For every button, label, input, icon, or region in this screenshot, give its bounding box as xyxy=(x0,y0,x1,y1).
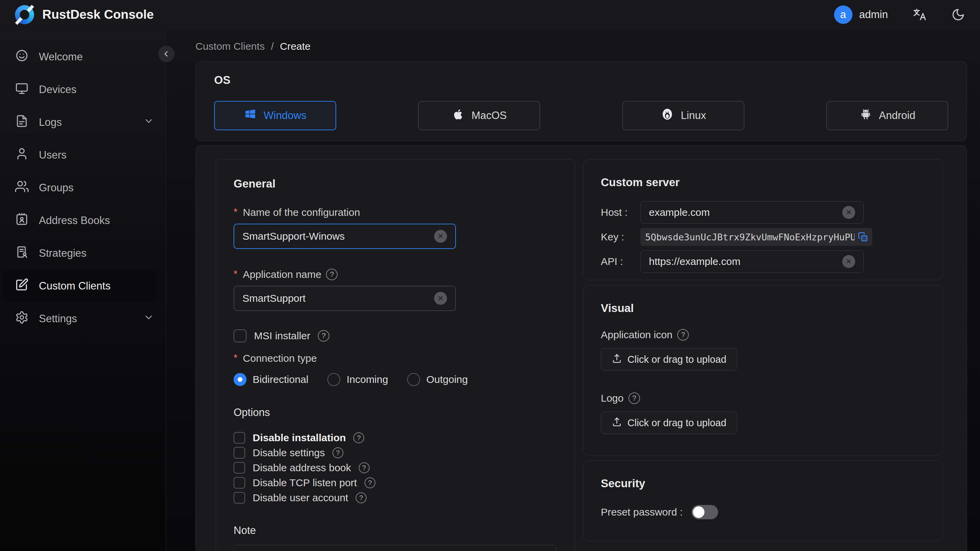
os-button-label: MacOS xyxy=(472,110,507,122)
sidebar-item-strategies[interactable]: Strategies xyxy=(0,237,166,270)
configuration-panel: General * Name of the configuration ✕ * … xyxy=(196,145,967,551)
os-section: OS Windows MacOS Linux Android xyxy=(196,61,967,141)
radio-icon[interactable] xyxy=(407,373,420,386)
copy-icon[interactable] xyxy=(858,232,868,242)
breadcrumb: Custom Clients / Create xyxy=(196,41,980,52)
app-name-label: * Application name ? xyxy=(234,269,557,280)
required-marker: * xyxy=(234,268,237,280)
note-label: Note xyxy=(234,524,557,537)
help-icon[interactable]: ? xyxy=(356,492,367,503)
option-disable-address-book: Disable address book ? xyxy=(234,460,557,475)
custom-server-section: Custom server Host : ✕ Key : 5Qbwsde3unU… xyxy=(584,159,943,280)
options-title: Options xyxy=(234,406,557,419)
security-title: Security xyxy=(601,477,926,490)
sidebar-item-logs[interactable]: Logs xyxy=(0,106,166,139)
security-section: Security Preset password : xyxy=(584,460,943,541)
help-icon[interactable]: ? xyxy=(364,477,375,488)
help-icon[interactable]: ? xyxy=(332,447,344,458)
required-marker: * xyxy=(234,206,237,218)
clear-icon[interactable]: ✕ xyxy=(434,292,447,305)
api-input[interactable] xyxy=(649,256,842,267)
clear-icon[interactable]: ✕ xyxy=(434,230,447,243)
connection-type-options: Bidirectional Incoming Outgoing xyxy=(234,373,557,386)
sidebar-item-groups[interactable]: Groups xyxy=(0,172,166,204)
logo-label: Logo ? xyxy=(601,392,926,404)
linux-penguin-icon xyxy=(660,107,674,124)
sidebar-item-label: Groups xyxy=(39,182,74,194)
help-icon[interactable]: ? xyxy=(353,432,364,443)
application-icon-label: Application icon ? xyxy=(601,329,926,341)
help-icon[interactable]: ? xyxy=(359,462,370,473)
upload-icon xyxy=(612,417,622,429)
checkbox[interactable] xyxy=(234,462,245,474)
avatar-initial: a xyxy=(840,8,846,21)
help-icon[interactable]: ? xyxy=(326,269,337,280)
help-icon[interactable]: ? xyxy=(677,329,689,341)
msi-installer-checkbox[interactable] xyxy=(234,330,247,342)
sidebar-item-label: Custom Clients xyxy=(39,280,110,292)
clear-icon[interactable]: ✕ xyxy=(842,255,855,268)
sidebar: Welcome Devices Logs Users Groups Addres… xyxy=(0,30,166,551)
breadcrumb-separator: / xyxy=(271,41,274,52)
avatar[interactable]: a xyxy=(834,5,853,24)
os-button-label: Linux xyxy=(681,110,706,122)
host-label: Host : xyxy=(601,207,640,218)
sidebar-item-users[interactable]: Users xyxy=(0,139,166,172)
option-disable-settings: Disable settings ? xyxy=(234,445,557,460)
checkbox[interactable] xyxy=(234,432,245,444)
radio-icon[interactable] xyxy=(327,373,340,386)
options-list: Disable installation ? Disable settings … xyxy=(234,430,557,505)
dark-mode-moon-icon[interactable] xyxy=(951,8,965,21)
strategy-icon xyxy=(15,245,29,261)
help-icon[interactable]: ? xyxy=(318,330,329,342)
radio-icon[interactable] xyxy=(234,373,247,386)
file-icon xyxy=(15,114,29,131)
checkbox[interactable] xyxy=(234,477,245,489)
sidebar-item-welcome[interactable]: Welcome xyxy=(0,41,166,73)
chevron-down-icon xyxy=(143,312,154,326)
key-field: 5Qbwsde3unUcJBtrx9ZkvUmwFNoExHzpryHuPUdq… xyxy=(640,228,872,246)
option-disable-user-account: Disable user account ? xyxy=(234,490,557,505)
upload-icon xyxy=(612,353,622,366)
radio-bidirectional[interactable]: Bidirectional xyxy=(234,373,308,386)
checkbox[interactable] xyxy=(234,492,245,503)
preset-password-row: Preset password : xyxy=(601,505,926,519)
sidebar-item-settings[interactable]: Settings xyxy=(0,303,166,335)
radio-outgoing[interactable]: Outgoing xyxy=(407,373,468,386)
right-column: Custom server Host : ✕ Key : 5Qbwsde3unU… xyxy=(584,159,943,541)
app-title: RustDesk Console xyxy=(42,8,154,22)
connection-type-label: * Connection type xyxy=(234,353,557,364)
preset-password-label: Preset password : xyxy=(601,506,682,518)
clear-icon[interactable]: ✕ xyxy=(842,206,855,219)
host-input[interactable] xyxy=(649,207,842,218)
config-name-input[interactable] xyxy=(242,231,434,242)
msi-installer-row: MSI installer ? xyxy=(234,330,557,342)
help-icon[interactable]: ? xyxy=(628,392,640,404)
app-name-input[interactable] xyxy=(242,293,434,304)
sidebar-item-devices[interactable]: Devices xyxy=(0,73,166,106)
apple-icon xyxy=(452,108,465,123)
visual-title: Visual xyxy=(601,302,926,315)
preset-password-toggle[interactable] xyxy=(692,505,718,519)
checkbox[interactable] xyxy=(234,447,245,459)
users-icon xyxy=(15,180,29,196)
sidebar-item-custom-clients[interactable]: Custom Clients xyxy=(3,270,157,303)
translate-icon[interactable] xyxy=(913,8,927,22)
smile-icon xyxy=(15,49,29,65)
note-textarea[interactable] xyxy=(234,545,557,551)
app-name-field: ✕ xyxy=(234,286,456,311)
os-button-macos[interactable]: MacOS xyxy=(418,101,540,130)
os-button-android[interactable]: Android xyxy=(826,101,948,130)
os-button-linux[interactable]: Linux xyxy=(622,101,745,130)
sidebar-collapse-button[interactable] xyxy=(158,46,175,62)
app-icon-upload-button[interactable]: Click or drag to upload xyxy=(601,348,737,371)
key-value: 5Qbwsde3unUcJBtrx9ZkvUmwFNoExHzpryHuPUdq… xyxy=(645,232,854,242)
config-name-label: * Name of the configuration xyxy=(234,207,557,218)
radio-incoming[interactable]: Incoming xyxy=(327,373,388,386)
general-title: General xyxy=(234,177,557,190)
logo-upload-button[interactable]: Click or drag to upload xyxy=(601,412,737,434)
sidebar-item-label: Users xyxy=(39,149,67,161)
sidebar-item-address-books[interactable]: Address Books xyxy=(0,204,166,237)
breadcrumb-parent[interactable]: Custom Clients xyxy=(196,41,265,52)
os-button-windows[interactable]: Windows xyxy=(214,101,336,130)
